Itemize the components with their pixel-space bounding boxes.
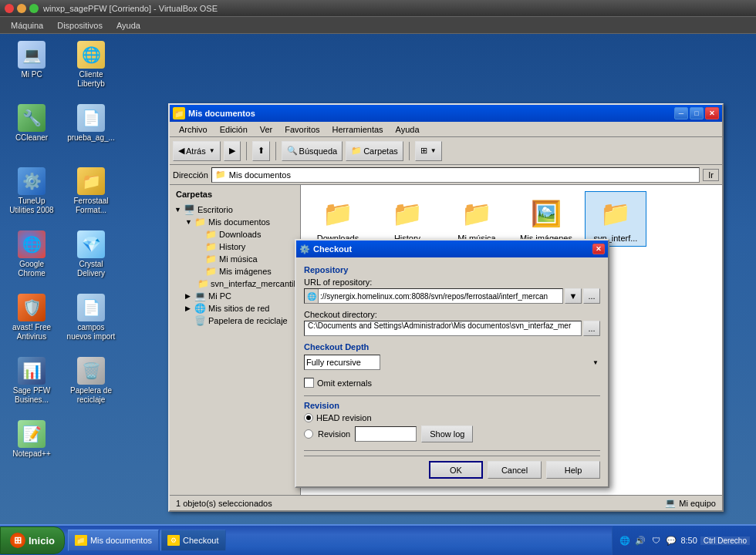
mis-imagenes-icon: 🖼️ — [528, 195, 565, 232]
forward-button[interactable]: ▶ — [224, 141, 241, 161]
ok-button[interactable]: OK — [429, 461, 483, 479]
sidebar-item-mi-pc[interactable]: ▶ 💻 Mi PC — [184, 290, 297, 302]
back-button[interactable]: ◀ Atrás ▼ — [173, 141, 221, 161]
tray-sound-icon[interactable]: 🔊 — [634, 534, 646, 547]
checkout-dialog-close-btn[interactable]: ✕ — [592, 244, 605, 254]
svn-label: svn_interfaz_mercantil — [211, 279, 295, 288]
show-log-btn[interactable]: Show log — [421, 426, 473, 442]
maximize-dot[interactable] — [29, 4, 39, 13]
revision-number-input[interactable] — [355, 426, 417, 442]
menu-archivo[interactable]: Archivo — [173, 123, 214, 136]
desktop-icon-notepad[interactable]: 📝 Notepad++ — [4, 417, 59, 479]
status-text: 1 objeto(s) seleccionados — [176, 499, 272, 508]
sidebar-item-mis-imagenes[interactable]: 📁 Mis imágenes — [194, 265, 297, 278]
tray-chat-icon[interactable]: 💬 — [665, 534, 677, 547]
tray-security-icon[interactable]: 🛡 — [650, 534, 662, 547]
start-button[interactable]: ⊞ Inicio — [0, 526, 65, 554]
sage-label: Sage PFW Busines... — [7, 386, 56, 405]
revision-radio[interactable] — [304, 429, 313, 439]
search-label: Búsqueda — [299, 146, 338, 156]
desktop-icon-sage[interactable]: 📊 Sage PFW Busines... — [4, 354, 59, 415]
folders-button[interactable]: 📁 Carpetas — [346, 141, 403, 161]
desktop-icon-crystal[interactable]: 💎 Crystal Delivery — [63, 227, 119, 289]
url-input[interactable]: 🌐 ://synergix.homelinux.com:8088/svn/rep… — [304, 288, 563, 304]
vbox-menu-dispositivos[interactable]: Dispositivos — [51, 19, 109, 32]
head-revision-radio[interactable] — [304, 413, 313, 422]
dir-browse-btn[interactable]: ... — [583, 321, 600, 336]
url-dropdown-btn[interactable]: ▼ — [565, 288, 582, 304]
sidebar-item-papelera[interactable]: 🗑️ Papelera de reciclaje — [184, 314, 297, 327]
search-button[interactable]: 🔍 Búsqueda — [282, 141, 343, 161]
checkout-dialog-buttons: OK Cancel Help — [304, 456, 600, 479]
cliente-label: Cliente Libertyb — [66, 70, 116, 89]
desktop-icon-ferrostaal[interactable]: 📁 Ferrostaal Format... — [63, 164, 119, 226]
file-manager-title: Mis documentos — [188, 109, 255, 118]
ctrl-derecho-label: Ctrl Derecho — [700, 536, 750, 545]
file-manager-minimize-btn[interactable]: ─ — [674, 107, 688, 119]
file-manager-maximize-btn[interactable]: □ — [690, 107, 704, 119]
desktop-icon-ccleaner[interactable]: 🔧 CCleaner — [4, 101, 59, 163]
vbox-menu-maquina[interactable]: Máquina — [5, 19, 49, 32]
depth-select[interactable]: Fully recursive Immediate children Only … — [304, 355, 380, 370]
view-button[interactable]: ⊞ ▼ — [415, 141, 442, 161]
menu-edicion[interactable]: Edición — [214, 123, 254, 136]
sidebar-item-mis-sitios[interactable]: ▶ 🌐 Mis sitios de red — [184, 302, 297, 314]
menu-ayuda[interactable]: Ayuda — [390, 123, 426, 136]
file-manager-titlebar-icon: 📁 — [173, 107, 185, 119]
dir-input[interactable]: C:\Documents and Settings\Administrador\… — [304, 321, 582, 336]
address-input[interactable]: 📁 Mis documentos — [211, 167, 700, 183]
tray-network-icon[interactable]: 🌐 — [619, 534, 631, 547]
papelera-icon: 🗑️ — [194, 315, 207, 326]
history-folder-icon: 📁 — [205, 241, 218, 252]
file-manager-menu: Archivo Edición Ver Favoritos Herramient… — [170, 122, 722, 137]
task-checkout-icon: ⚙ — [167, 535, 180, 546]
task-btn-mis-documentos[interactable]: 📁 Mis documentos — [68, 530, 159, 551]
back-label: Atrás — [186, 146, 206, 156]
desktop-icon-mi-pc[interactable]: 💻 Mi PC — [4, 38, 59, 99]
menu-herramientas[interactable]: Herramientas — [326, 123, 390, 136]
svn-folder-icon: 📁 — [197, 278, 209, 289]
ccleaner-label: CCleaner — [15, 133, 48, 143]
desktop-icon-prueba[interactable]: 📄 prueba_ag_... — [63, 101, 119, 163]
head-revision-label: HEAD revision — [316, 413, 372, 422]
task-btn-checkout[interactable]: ⚙ Checkout — [160, 530, 225, 551]
sidebar-item-mi-musica[interactable]: 📁 Mi música — [194, 253, 297, 265]
mi-pc-icon: 💻 — [18, 41, 46, 69]
close-dot[interactable] — [5, 4, 14, 13]
url-browse-btn[interactable]: ... — [583, 288, 600, 304]
status-computer-icon: 💻 — [665, 498, 676, 508]
file-manager-close-btn[interactable]: ✕ — [705, 107, 719, 119]
desktop-icon-tuneup[interactable]: ⚙️ TuneUp Utilities 2008 — [4, 164, 59, 226]
minimize-dot[interactable] — [17, 4, 26, 13]
url-globe-icon: 🌐 — [305, 289, 319, 303]
taskbar-clock: 8:50 — [680, 536, 697, 545]
ferrostaal-icon: 📁 — [77, 167, 105, 195]
sidebar-item-escritorio[interactable]: ▼ 🖥️ Escritorio — [173, 204, 297, 216]
sidebar-item-mis-documentos[interactable]: ▼ 📁 Mis documentos — [184, 216, 297, 228]
help-button[interactable]: Help — [546, 461, 600, 479]
desktop-icon-chrome[interactable]: 🌐 Google Chrome — [4, 227, 59, 289]
address-go-button[interactable]: Ir — [703, 169, 719, 181]
menu-ver[interactable]: Ver — [254, 123, 279, 136]
menu-favoritos[interactable]: Favoritos — [278, 123, 326, 136]
sidebar-item-history[interactable]: 📁 History — [194, 240, 297, 253]
sidebar-item-downloads[interactable]: 📁 Downloads — [194, 228, 297, 240]
folders-icon: 📁 — [351, 146, 362, 156]
omit-externals-checkbox[interactable] — [304, 378, 314, 388]
desktop-icon-campos[interactable]: 📄 campos nuevos import — [63, 291, 119, 352]
url-input-row: 🌐 ://synergix.homelinux.com:8088/svn/rep… — [304, 288, 600, 304]
dir-input-row: C:\Documents and Settings\Administrador\… — [304, 321, 600, 336]
address-value: Mis documentos — [229, 170, 291, 180]
depth-dropdown-row: Fully recursive Immediate children Only … — [304, 355, 600, 370]
sidebar-item-svn[interactable]: 📁 svn_interfaz_mercantil — [194, 278, 297, 290]
desktop-icon-avast[interactable]: 🛡️ avast! Free Antivirus — [4, 291, 59, 352]
crystal-label: Crystal Delivery — [66, 260, 116, 278]
vbox-menu-ayuda[interactable]: Ayuda — [110, 19, 147, 32]
tree-arrow-mis-docs: ▼ — [185, 218, 194, 226]
task-mis-docs-label: Mis documentos — [90, 536, 152, 545]
desktop-icon-cliente[interactable]: 🌐 Cliente Libertyb — [63, 38, 119, 99]
campos-label: campos nuevos import — [66, 323, 116, 341]
up-button[interactable]: ⬆ — [252, 141, 270, 161]
desktop-icon-papelera-desktop[interactable]: 🗑️ Papelera de reciclaje — [63, 354, 119, 415]
cancel-button[interactable]: Cancel — [488, 461, 542, 479]
